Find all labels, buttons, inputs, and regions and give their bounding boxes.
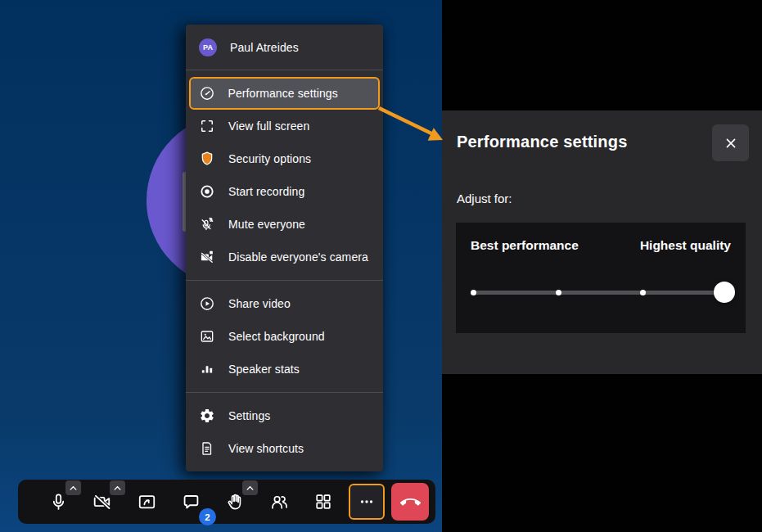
- menu-item-settings[interactable]: Settings: [186, 399, 383, 432]
- panel-header: Performance settings: [442, 110, 762, 161]
- more-actions-button[interactable]: [349, 484, 385, 520]
- menu-item-security-options[interactable]: Security options: [186, 142, 383, 175]
- chevron-up-icon: [245, 483, 255, 494]
- ellipsis-icon: [357, 492, 376, 512]
- user-avatar: PA: [199, 38, 217, 56]
- highest-quality-label: Highest quality: [640, 238, 731, 253]
- close-button[interactable]: [712, 124, 749, 161]
- meeting-window: Performance settings Adjust for: Best pe…: [0, 0, 762, 532]
- menu-item-speaker-stats[interactable]: Speaker stats: [186, 353, 383, 385]
- menu-item-profile[interactable]: PA Paul Atreides: [186, 25, 383, 70]
- screen-share-icon: [137, 492, 157, 512]
- share-screen-button[interactable]: [128, 483, 165, 521]
- chat-button[interactable]: 2: [172, 483, 210, 521]
- chevron-up-icon: [112, 483, 123, 494]
- menu-item-view-shortcuts[interactable]: View shortcuts: [186, 432, 383, 465]
- tile-view-button[interactable]: [304, 483, 342, 521]
- microphone-button[interactable]: [39, 483, 77, 521]
- slider-step-dot: [640, 290, 646, 295]
- camera-off-icon: [199, 249, 215, 265]
- slider-step-dot: [471, 290, 476, 295]
- menu-item-share-video[interactable]: Share video: [186, 287, 383, 320]
- gauge-icon: [199, 85, 215, 101]
- mic-off-icon: [199, 216, 215, 232]
- people-icon: [269, 492, 290, 512]
- call-toolbar: 2: [18, 480, 435, 524]
- user-name: Paul Atreides: [230, 41, 299, 54]
- slider-thumb[interactable]: [714, 282, 735, 303]
- close-icon: [723, 135, 739, 151]
- slider-track[interactable]: [471, 291, 735, 295]
- raise-hand-button[interactable]: [216, 483, 254, 521]
- gear-icon: [199, 408, 215, 424]
- microphone-options-expander[interactable]: [65, 480, 81, 495]
- leave-call-button[interactable]: [391, 483, 429, 521]
- slider-labels: Best performance Highest quality: [456, 223, 746, 253]
- camera-off-icon: [92, 491, 113, 512]
- grid-icon: [313, 492, 333, 512]
- settings-column: Performance settings Adjust for: Best pe…: [442, 0, 762, 532]
- menu-item-disable-everyones-camera[interactable]: Disable everyone's camera: [186, 241, 383, 273]
- hand-icon: [225, 492, 246, 512]
- play-circle-icon: [199, 295, 215, 312]
- shield-icon: [199, 151, 215, 167]
- camera-button[interactable]: [83, 483, 121, 521]
- quality-slider[interactable]: [471, 282, 735, 303]
- document-icon: [199, 440, 215, 457]
- menu-item-select-background[interactable]: Select background: [186, 320, 383, 353]
- overflow-menu: PA Paul Atreides Performance settings Vi…: [186, 25, 383, 471]
- menu-item-start-recording[interactable]: Start recording: [186, 175, 383, 208]
- mic-icon: [48, 492, 69, 512]
- record-icon: [199, 183, 215, 200]
- chat-icon: [181, 492, 201, 512]
- camera-options-expander[interactable]: [110, 480, 125, 495]
- menu-item-performance-settings[interactable]: Performance settings: [189, 77, 380, 110]
- bar-chart-icon: [199, 361, 215, 377]
- menu-section-meeting: Performance settings View full screen Se…: [186, 70, 383, 280]
- chat-unread-badge: 2: [199, 508, 216, 525]
- image-icon: [199, 328, 215, 345]
- menu-section-media: Share video Select background Speaker st…: [186, 281, 383, 392]
- participants-button[interactable]: [260, 483, 298, 521]
- fullscreen-icon: [199, 118, 215, 134]
- adjust-for-label: Adjust for:: [457, 192, 762, 205]
- menu-section-app: Settings View shortcuts: [186, 393, 383, 471]
- slider-step-dot: [556, 290, 561, 295]
- hangup-icon: [399, 491, 422, 513]
- performance-settings-panel: Performance settings Adjust for: Best pe…: [442, 110, 762, 374]
- best-performance-label: Best performance: [471, 238, 579, 253]
- menu-item-view-full-screen[interactable]: View full screen: [186, 110, 383, 142]
- menu-item-mute-everyone[interactable]: Mute everyone: [186, 208, 383, 241]
- performance-slider-box: Best performance Highest quality: [456, 223, 746, 333]
- chevron-up-icon: [68, 483, 79, 494]
- panel-title: Performance settings: [457, 124, 712, 151]
- raise-hand-options-expander[interactable]: [242, 480, 258, 495]
